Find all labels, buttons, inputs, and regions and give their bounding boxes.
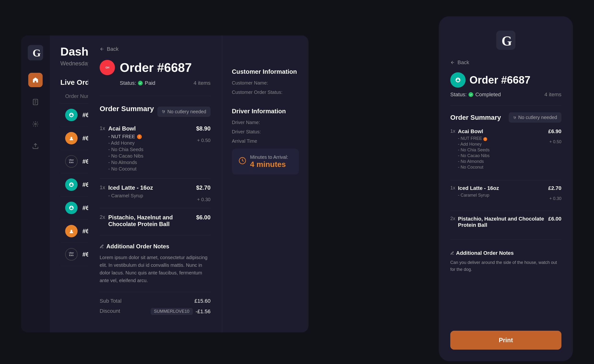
item-mod-nutfree: - NUT FREE ! (108, 134, 191, 139)
item-mod-caramel: - Caramel Syrup (108, 193, 191, 199)
arrival-time-label: Arrival Time (232, 138, 299, 144)
order-item-acai: 1x Acai Bowl - NUT FREE ! - Add Honey - … (100, 125, 210, 173)
mobile-mod-nutfree: - NUT FREE ! (458, 136, 545, 141)
customer-status-label: Customer Order Status: (232, 90, 299, 95)
item-addon-1: + 0.50 (191, 138, 210, 143)
discount-value: -£1.56 (196, 309, 210, 315)
mobile-mod-coconut: - No Coconut (458, 165, 545, 170)
mobile-items-count: 4 items (544, 91, 561, 98)
mobile-order-meta: Status: Completed 4 items (450, 91, 561, 98)
mobile-item-qty-3: 2x (450, 216, 458, 221)
mobile-mod-almonds: - No Almonds (458, 159, 545, 164)
item-divider (100, 208, 210, 208)
order-title: Order #6687 (120, 60, 192, 75)
mobile-panel: G Back Order #6687 Status: Completed 4 i… (439, 16, 573, 361)
mobile-back-label: Back (458, 59, 469, 66)
mobile-order-item-protein: 2x Pistachio, Hazelnut and Chocolate Pro… (450, 216, 561, 230)
mobile-item-name-2: Iced Latte - 16oz (458, 185, 545, 191)
mobile-item-price-col-1: £6.90 + 0.50 (545, 128, 561, 144)
platform-logo: GH (100, 60, 115, 75)
customer-name-field: Customer Name: (232, 80, 299, 86)
mobile-order-item-acai: 1x Acai Bowl - NUT FREE ! - Add Honey - … (450, 128, 561, 170)
print-button[interactable]: Print (450, 331, 561, 350)
item-mod-almonds: - No Almonds (108, 160, 191, 165)
item-qty-1: 1x (100, 125, 108, 131)
status-label: Status: (120, 80, 136, 86)
mobile-item-details-1: Acai Bowl - NUT FREE ! - Add Honey - No … (458, 128, 545, 170)
item-details-2: Iced Latte - 16oz - Caramel Syrup (108, 184, 191, 200)
order-summary-title: Order Summary (100, 105, 154, 113)
mobile-mod-chia: - No Chia Seeds (458, 148, 545, 153)
mobile-item-name-1: Acai Bowl (458, 128, 545, 135)
platform-badge-6690 (65, 109, 78, 121)
no-cutlery-badge: No cutlery needed (157, 107, 210, 117)
discount-code: SUMMERLOVE10 (151, 308, 193, 315)
notes-section: Additional Order Notes Lorem ipsum dolor… (100, 243, 210, 284)
subtotal-label: Sub Total (100, 298, 122, 304)
sidebar-item-home[interactable] (28, 73, 43, 87)
notes-title: Additional Order Notes (100, 243, 210, 250)
mobile-back-button[interactable]: Back (450, 59, 561, 66)
arrival-time-field: Arrival Time (232, 138, 299, 144)
item-divider (100, 178, 210, 179)
item-price-col-3: $6.00 (191, 214, 210, 221)
mobile-no-cutlery-label: No cutlery needed (518, 115, 557, 120)
arrival-time-value: 4 minutes (250, 160, 288, 169)
item-name-3: Pistachio, Hazelnut and Chocolate Protei… (108, 214, 191, 228)
sidebar-item-settings[interactable] (28, 117, 43, 131)
order-main: Back GH Order #6687 Status: Paid 4 items… (88, 35, 222, 332)
order-meta: Status: Paid 4 items (100, 80, 210, 86)
back-button[interactable]: Back (100, 46, 210, 52)
driver-name-label: Driver Name: (232, 120, 299, 125)
order-item-protein: 2x Pistachio, Hazelnut and Chocolate Pro… (100, 214, 210, 229)
mobile-order-item-latte: 1x Iced Latte - 16oz - Caramel Syrup £2.… (450, 185, 561, 201)
status-dot (138, 81, 143, 86)
logo: G (28, 45, 43, 65)
mobile-status-value: Completed (475, 91, 501, 98)
mobile-item-addon-1: + 0.50 (545, 139, 561, 144)
driver-status-label: Driver Status: (232, 129, 299, 135)
item-name-1: Acai Bowl (108, 125, 191, 132)
svg-point-4 (70, 137, 72, 138)
item-price-1: $8.90 (191, 125, 210, 132)
item-mod-cacao: - No Cacao Nibs (108, 153, 191, 159)
mobile-item-details-3: Pistachio, Hazelnut and Chocolate Protei… (458, 216, 545, 230)
sidebar-item-orders[interactable] (28, 95, 43, 109)
subtotal-row: Sub Total £15.60 (100, 298, 210, 304)
mobile-notes-label: Additional Order Notes (456, 250, 514, 256)
item-divider (100, 235, 210, 236)
mobile-mod-cacao: - No Cacao Nibs (458, 153, 545, 158)
customer-section-title: Customer Information (232, 68, 299, 75)
item-price-col-1: $8.90 + 0.50 (191, 125, 210, 143)
mobile-summary-title: Order Summary (450, 114, 501, 121)
mobile-nut-free-icon: ! (483, 137, 487, 141)
mobile-item-divider (450, 239, 561, 239)
item-price-3: $6.00 (191, 214, 210, 221)
item-qty-2: 1x (100, 184, 108, 191)
platform-badge-6686 (65, 202, 78, 214)
mobile-status-badge: Status: Completed (450, 91, 501, 98)
driver-status-field: Driver Status: (232, 129, 299, 135)
mobile-summary-header: Order Summary No cutlery needed (450, 112, 561, 123)
mobile-item-price-2: £2.70 (545, 185, 561, 191)
item-price-2: $2.70 (191, 184, 210, 191)
mobile-status-label: Status: (450, 91, 466, 98)
mobile-item-details-2: Iced Latte - 16oz - Caramel Syrup (458, 185, 545, 199)
mobile-no-cutlery-badge: No cutlery needed (509, 112, 561, 123)
order-item-latte: 1x Iced Latte - 16oz - Caramel Syrup $2.… (100, 184, 210, 202)
mobile-notes-text: Can you deliver around the side of the h… (450, 259, 561, 273)
mobile-item-price-col-2: £2.70 + 0.30 (545, 185, 561, 201)
platform-badge-6689 (65, 132, 78, 144)
mobile-logo: G (450, 31, 561, 50)
subtotal-value: £15.60 (195, 298, 210, 304)
mobile-item-divider (450, 180, 561, 180)
items-count: 4 items (194, 80, 210, 86)
status-value: Paid (145, 80, 155, 86)
platform-badge-6688: UberEats (65, 155, 78, 168)
arrival-minutes-label: Minutes to Arrival: 4 minutes (250, 155, 288, 169)
mobile-order-title: Order #6687 (469, 74, 530, 86)
divider (100, 96, 210, 96)
driver-section-title: Driver Information (232, 108, 299, 115)
sidebar-item-export[interactable] (28, 139, 43, 153)
nut-free-icon: ! (137, 134, 142, 139)
